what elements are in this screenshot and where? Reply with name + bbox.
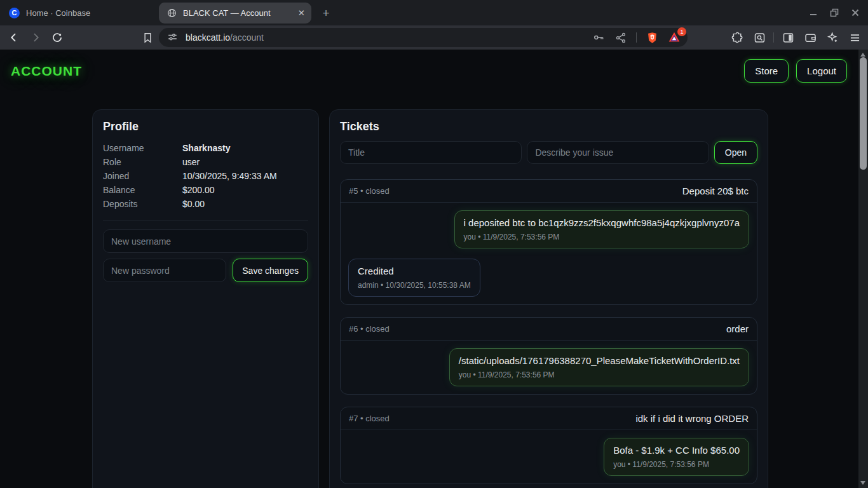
- close-window-icon[interactable]: [849, 6, 862, 19]
- page-content: ACCOUNT Store Logout Profile Username Sh…: [0, 50, 868, 488]
- tab-black-cat-account[interactable]: BLACK CAT — Account ✕: [159, 3, 311, 24]
- ticket-item-7: #7 • closed idk if i did it wrong ORDER …: [340, 407, 757, 484]
- logout-button[interactable]: Logout: [796, 59, 847, 83]
- ticket-id-status: #7 • closed: [349, 414, 390, 423]
- tab-title: BLACK CAT — Account: [183, 8, 292, 18]
- navigation-bar: blackcatt.io/account: [0, 25, 868, 50]
- profile-row-deposits: Deposits $0.00: [103, 197, 308, 211]
- profile-row-username: Username Sharknasty: [103, 141, 308, 155]
- ticket-message-user: i deposited btc to bc1qzk9zzs2f5kxqgwhfc…: [454, 210, 749, 248]
- ticket-issue-input[interactable]: [527, 141, 709, 164]
- store-button[interactable]: Store: [744, 59, 789, 83]
- leo-ai-icon[interactable]: [824, 29, 841, 46]
- password-key-icon[interactable]: [592, 30, 606, 44]
- share-icon[interactable]: [614, 30, 628, 44]
- menu-icon[interactable]: [846, 29, 863, 46]
- ticket-message-user: /static/uploads/1761796388270_PleaseMake…: [449, 348, 749, 386]
- joined-value: 10/30/2025, 9:49:33 AM: [182, 169, 308, 183]
- back-icon[interactable]: [6, 30, 22, 45]
- sidebar-toggle-icon[interactable]: [780, 29, 796, 46]
- ticket-title: order: [726, 323, 749, 334]
- save-changes-button[interactable]: Save changes: [233, 259, 308, 282]
- extensions-puzzle-icon[interactable]: [729, 29, 745, 46]
- profile-row-role: Role user: [103, 155, 308, 169]
- divider: [636, 32, 637, 43]
- balance-value: $200.00: [182, 183, 308, 197]
- deposits-value: $0.00: [182, 197, 308, 211]
- new-tab-button[interactable]: +: [318, 5, 334, 22]
- profile-row-balance: Balance $200.00: [103, 183, 308, 197]
- brave-shield-icon[interactable]: [645, 30, 659, 44]
- ticket-message-user: Bofa - $1.9k + CC Info $65.00 you • 11/9…: [604, 438, 749, 476]
- profile-row-joined: Joined 10/30/2025, 9:49:33 AM: [103, 169, 308, 183]
- divider: [103, 220, 308, 220]
- ticket-id-status: #5 • closed: [349, 186, 390, 196]
- tickets-card: Tickets Open #5 • closed Deposit 20$ btc…: [329, 109, 768, 488]
- ticket-header: #5 • closed Deposit 20$ btc: [341, 180, 757, 203]
- globe-icon: [166, 8, 177, 18]
- tickets-heading: Tickets: [340, 120, 757, 133]
- url-host: blackcatt.io: [186, 32, 230, 43]
- profile-heading: Profile: [103, 120, 308, 133]
- url-bar[interactable]: blackcatt.io/account: [159, 28, 688, 47]
- coinbase-favicon-icon: C: [9, 8, 20, 18]
- open-ticket-button[interactable]: Open: [714, 141, 757, 164]
- forward-icon[interactable]: [28, 30, 43, 45]
- window-controls: [807, 0, 862, 25]
- restore-icon[interactable]: [828, 6, 841, 19]
- ticket-header: #6 • closed order: [341, 318, 757, 341]
- site-settings-icon[interactable]: [166, 31, 179, 44]
- page-header: ACCOUNT Store Logout: [0, 50, 868, 92]
- scrollbar-up-arrow-icon[interactable]: [860, 53, 865, 57]
- ticket-title: idk if i did it wrong ORDER: [635, 413, 749, 424]
- ticket-item-5: #5 • closed Deposit 20$ btc i deposited …: [340, 179, 757, 305]
- minimize-icon[interactable]: [807, 6, 820, 19]
- tab-home-coinbase[interactable]: C Home · Coinbase: [9, 0, 90, 25]
- ticket-message-admin: Credited admin • 10/30/2025, 10:55:38 AM: [348, 259, 480, 297]
- scrollbar-down-arrow-icon[interactable]: [860, 481, 865, 485]
- ticket-title-input[interactable]: [340, 141, 522, 164]
- role-value: user: [182, 155, 308, 169]
- username-value: Sharknasty: [182, 141, 308, 155]
- new-password-input[interactable]: [103, 259, 226, 282]
- page-title: ACCOUNT: [11, 64, 82, 79]
- scrollbar-thumb[interactable]: [860, 57, 867, 170]
- new-username-input[interactable]: [103, 229, 308, 253]
- tab-close-icon[interactable]: ✕: [298, 8, 305, 18]
- ticket-header: #7 • closed idk if i did it wrong ORDER: [341, 407, 757, 430]
- bookmark-icon[interactable]: [140, 30, 155, 45]
- ticket-id-status: #6 • closed: [349, 324, 390, 334]
- search-tabs-icon[interactable]: [751, 29, 768, 46]
- profile-card: Profile Username Sharknasty Role user Jo…: [92, 109, 319, 488]
- wallet-icon[interactable]: [802, 29, 818, 46]
- divider: [773, 32, 774, 43]
- reload-icon[interactable]: [50, 30, 65, 45]
- tab-home-coinbase-label: Home · Coinbase: [26, 8, 90, 18]
- browser-window: C Home · Coinbase BLACK CAT — Account ✕ …: [0, 0, 868, 488]
- rewards-notification-badge: 1: [677, 27, 686, 36]
- tab-bar: C Home · Coinbase BLACK CAT — Account ✕ …: [0, 0, 868, 25]
- new-ticket-form: Open: [340, 141, 757, 164]
- url-text[interactable]: blackcatt.io/account: [186, 32, 592, 43]
- ticket-title: Deposit 20$ btc: [682, 186, 749, 196]
- ticket-item-6: #6 • closed order /static/uploads/176179…: [340, 317, 757, 395]
- url-path: /account: [230, 32, 264, 43]
- page-scrollbar[interactable]: [858, 50, 868, 488]
